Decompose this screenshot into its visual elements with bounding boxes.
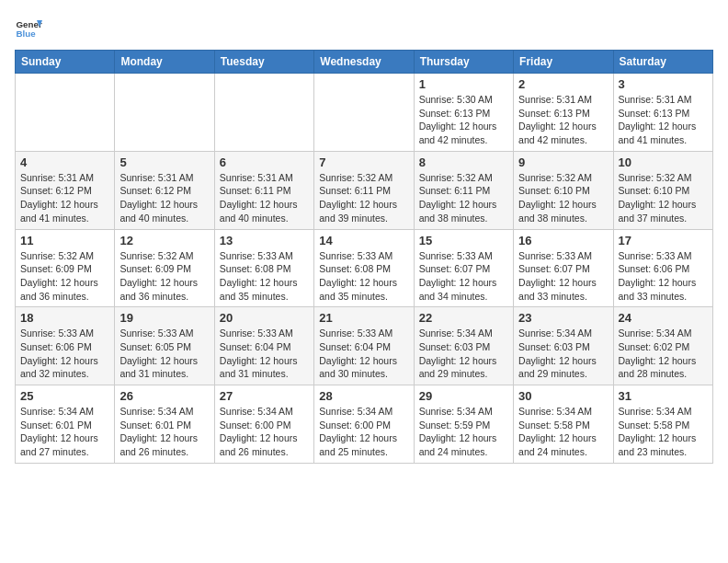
day-cell: 14Sunrise: 5:33 AM Sunset: 6:08 PM Dayli… [314, 229, 414, 307]
day-cell: 2Sunrise: 5:31 AM Sunset: 6:13 PM Daylig… [514, 74, 613, 152]
day-number: 30 [518, 389, 608, 403]
day-number: 19 [119, 311, 209, 325]
day-info: Sunrise: 5:34 AM Sunset: 6:00 PM Dayligh… [319, 405, 408, 459]
week-row-2: 4Sunrise: 5:31 AM Sunset: 6:12 PM Daylig… [16, 151, 713, 229]
svg-text:Blue: Blue [17, 29, 37, 39]
week-row-5: 25Sunrise: 5:34 AM Sunset: 6:01 PM Dayli… [16, 385, 713, 464]
day-info: Sunrise: 5:31 AM Sunset: 6:12 PM Dayligh… [119, 171, 209, 225]
day-cell: 6Sunrise: 5:31 AM Sunset: 6:11 PM Daylig… [214, 151, 313, 229]
weekday-header-saturday: Saturday [613, 51, 712, 74]
day-cell: 9Sunrise: 5:32 AM Sunset: 6:10 PM Daylig… [514, 151, 613, 229]
day-number: 1 [419, 77, 508, 91]
day-number: 22 [419, 311, 508, 325]
day-info: Sunrise: 5:34 AM Sunset: 5:59 PM Dayligh… [419, 405, 508, 459]
day-cell: 31Sunrise: 5:34 AM Sunset: 5:58 PM Dayli… [613, 385, 712, 464]
day-info: Sunrise: 5:33 AM Sunset: 6:06 PM Dayligh… [20, 327, 109, 381]
day-cell [214, 74, 313, 152]
logo: General Blue [15, 15, 46, 42]
day-cell: 5Sunrise: 5:31 AM Sunset: 6:12 PM Daylig… [115, 151, 214, 229]
weekday-header-row: SundayMondayTuesdayWednesdayThursdayFrid… [16, 51, 713, 74]
day-cell: 29Sunrise: 5:34 AM Sunset: 5:59 PM Dayli… [414, 385, 513, 464]
day-info: Sunrise: 5:33 AM Sunset: 6:07 PM Dayligh… [419, 249, 508, 304]
day-info: Sunrise: 5:31 AM Sunset: 6:13 PM Dayligh… [619, 93, 708, 147]
day-info: Sunrise: 5:34 AM Sunset: 6:01 PM Dayligh… [20, 405, 109, 459]
weekday-header-friday: Friday [514, 51, 613, 74]
day-cell: 21Sunrise: 5:33 AM Sunset: 6:04 PM Dayli… [314, 307, 414, 385]
day-number: 3 [619, 77, 708, 91]
day-cell: 23Sunrise: 5:34 AM Sunset: 6:03 PM Dayli… [514, 307, 613, 385]
day-info: Sunrise: 5:31 AM Sunset: 6:12 PM Dayligh… [20, 171, 109, 225]
day-cell: 1Sunrise: 5:30 AM Sunset: 6:13 PM Daylig… [414, 74, 513, 152]
day-number: 23 [518, 311, 608, 325]
day-number: 27 [220, 389, 309, 403]
day-cell [314, 74, 414, 152]
day-cell: 24Sunrise: 5:34 AM Sunset: 6:02 PM Dayli… [613, 307, 712, 385]
day-number: 18 [20, 311, 109, 325]
day-info: Sunrise: 5:31 AM Sunset: 6:13 PM Dayligh… [518, 93, 608, 147]
day-number: 8 [419, 155, 508, 169]
day-info: Sunrise: 5:33 AM Sunset: 6:04 PM Dayligh… [220, 327, 309, 381]
day-cell: 3Sunrise: 5:31 AM Sunset: 6:13 PM Daylig… [613, 74, 712, 152]
day-info: Sunrise: 5:33 AM Sunset: 6:07 PM Dayligh… [518, 249, 608, 304]
day-cell: 18Sunrise: 5:33 AM Sunset: 6:06 PM Dayli… [16, 307, 115, 385]
day-info: Sunrise: 5:32 AM Sunset: 6:09 PM Dayligh… [20, 249, 109, 304]
day-info: Sunrise: 5:34 AM Sunset: 5:58 PM Dayligh… [518, 405, 608, 459]
day-cell: 25Sunrise: 5:34 AM Sunset: 6:01 PM Dayli… [16, 385, 115, 464]
week-row-1: 1Sunrise: 5:30 AM Sunset: 6:13 PM Daylig… [16, 74, 713, 152]
weekday-header-wednesday: Wednesday [314, 51, 414, 74]
weekday-header-monday: Monday [115, 51, 214, 74]
day-cell: 28Sunrise: 5:34 AM Sunset: 6:00 PM Dayli… [314, 385, 414, 464]
day-number: 29 [419, 389, 508, 403]
day-info: Sunrise: 5:34 AM Sunset: 6:03 PM Dayligh… [419, 327, 508, 381]
weekday-header-sunday: Sunday [16, 51, 115, 74]
weekday-header-tuesday: Tuesday [214, 51, 313, 74]
day-info: Sunrise: 5:33 AM Sunset: 6:04 PM Dayligh… [319, 327, 408, 381]
day-number: 14 [319, 234, 408, 247]
day-cell: 30Sunrise: 5:34 AM Sunset: 5:58 PM Dayli… [514, 385, 613, 464]
day-info: Sunrise: 5:32 AM Sunset: 6:11 PM Dayligh… [319, 171, 408, 225]
day-cell: 10Sunrise: 5:32 AM Sunset: 6:10 PM Dayli… [613, 151, 712, 229]
day-info: Sunrise: 5:30 AM Sunset: 6:13 PM Dayligh… [419, 93, 508, 147]
day-cell [115, 74, 214, 152]
day-number: 21 [319, 311, 408, 325]
day-info: Sunrise: 5:34 AM Sunset: 6:01 PM Dayligh… [119, 405, 209, 459]
day-info: Sunrise: 5:32 AM Sunset: 6:10 PM Dayligh… [518, 171, 608, 225]
day-info: Sunrise: 5:33 AM Sunset: 6:08 PM Dayligh… [220, 249, 309, 304]
day-cell [16, 74, 115, 152]
day-cell: 16Sunrise: 5:33 AM Sunset: 6:07 PM Dayli… [514, 229, 613, 307]
day-info: Sunrise: 5:34 AM Sunset: 6:00 PM Dayligh… [220, 405, 309, 459]
day-number: 6 [220, 155, 309, 169]
day-cell: 19Sunrise: 5:33 AM Sunset: 6:05 PM Dayli… [115, 307, 214, 385]
day-cell: 7Sunrise: 5:32 AM Sunset: 6:11 PM Daylig… [314, 151, 414, 229]
day-number: 9 [518, 155, 608, 169]
day-number: 15 [419, 234, 508, 247]
day-number: 20 [220, 311, 309, 325]
day-number: 10 [619, 155, 708, 169]
day-number: 12 [119, 234, 209, 247]
day-cell: 26Sunrise: 5:34 AM Sunset: 6:01 PM Dayli… [115, 385, 214, 464]
day-cell: 15Sunrise: 5:33 AM Sunset: 6:07 PM Dayli… [414, 229, 513, 307]
weekday-header-thursday: Thursday [414, 51, 513, 74]
calendar-table: SundayMondayTuesdayWednesdayThursdayFrid… [15, 50, 713, 464]
day-number: 11 [20, 234, 109, 247]
day-number: 5 [119, 155, 209, 169]
day-info: Sunrise: 5:33 AM Sunset: 6:06 PM Dayligh… [619, 249, 708, 304]
day-cell: 22Sunrise: 5:34 AM Sunset: 6:03 PM Dayli… [414, 307, 513, 385]
day-cell: 17Sunrise: 5:33 AM Sunset: 6:06 PM Dayli… [613, 229, 712, 307]
day-number: 2 [518, 77, 608, 91]
day-number: 26 [119, 389, 209, 403]
day-cell: 4Sunrise: 5:31 AM Sunset: 6:12 PM Daylig… [16, 151, 115, 229]
day-cell: 27Sunrise: 5:34 AM Sunset: 6:00 PM Dayli… [214, 385, 313, 464]
day-cell: 12Sunrise: 5:32 AM Sunset: 6:09 PM Dayli… [115, 229, 214, 307]
day-number: 16 [518, 234, 608, 247]
day-info: Sunrise: 5:34 AM Sunset: 5:58 PM Dayligh… [619, 405, 708, 459]
day-info: Sunrise: 5:34 AM Sunset: 6:02 PM Dayligh… [619, 327, 708, 381]
logo-icon: General Blue [15, 15, 42, 42]
day-number: 28 [319, 389, 408, 403]
day-info: Sunrise: 5:32 AM Sunset: 6:10 PM Dayligh… [619, 171, 708, 225]
day-info: Sunrise: 5:32 AM Sunset: 6:11 PM Dayligh… [419, 171, 508, 225]
day-number: 25 [20, 389, 109, 403]
day-info: Sunrise: 5:34 AM Sunset: 6:03 PM Dayligh… [518, 327, 608, 381]
day-cell: 20Sunrise: 5:33 AM Sunset: 6:04 PM Dayli… [214, 307, 313, 385]
day-info: Sunrise: 5:31 AM Sunset: 6:11 PM Dayligh… [220, 171, 309, 225]
